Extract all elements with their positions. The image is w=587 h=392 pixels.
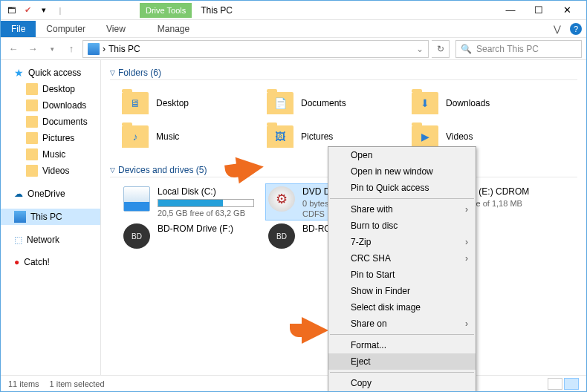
- bd-icon: BD: [123, 223, 150, 249]
- qat-properties-icon[interactable]: 🗔: [4, 3, 19, 18]
- cloud-icon: ☁: [14, 189, 23, 199]
- tab-manage[interactable]: Manage: [147, 21, 200, 37]
- menu-pin-quick-access[interactable]: Pin to Quick access: [328, 180, 476, 196]
- menu-7zip[interactable]: 7-Zip›: [328, 234, 476, 250]
- nav-recent-icon[interactable]: ▾: [44, 41, 60, 57]
- menu-format[interactable]: Format...: [328, 337, 476, 353]
- menu-show-finder[interactable]: Show in Finder: [328, 283, 476, 299]
- status-selected-count: 1 item selected: [50, 379, 105, 388]
- chevron-down-icon: ▽: [110, 69, 115, 76]
- context-menu: Open Open in new window Pin to Quick acc…: [328, 146, 476, 392]
- folder-downloads[interactable]: ⬇Downloads: [410, 86, 555, 120]
- view-tiles-button[interactable]: [564, 378, 579, 390]
- nav-label: Downloads: [42, 100, 86, 111]
- drive-bdrom-f[interactable]: BD BD-ROM Drive (F:): [120, 220, 265, 258]
- nav-label: Quick access: [28, 68, 81, 78]
- address-bar: ← → ▾ ↑ › This PC ⌄ ↻ 🔍 Search This PC: [1, 38, 586, 60]
- nav-videos[interactable]: Videos: [1, 163, 100, 179]
- menu-copy[interactable]: Copy: [328, 375, 476, 391]
- folder-music[interactable]: ♪Music: [120, 120, 265, 153]
- status-item-count: 11 items: [8, 379, 39, 388]
- nav-label: Videos: [42, 166, 69, 176]
- group-folders-header[interactable]: ▽Folders (6): [110, 68, 577, 80]
- nav-network[interactable]: ⬚Network: [1, 232, 100, 247]
- menu-open-new-window[interactable]: Open in new window: [328, 163, 476, 180]
- nav-label: This PC: [30, 212, 62, 222]
- breadcrumb[interactable]: › This PC ⌄: [82, 40, 429, 58]
- help-icon[interactable]: ?: [570, 23, 582, 35]
- menu-eject[interactable]: Eject: [328, 353, 476, 370]
- nav-music[interactable]: Music: [1, 146, 100, 163]
- nav-onedrive[interactable]: ☁OneDrive: [1, 186, 100, 201]
- folder-icon: ▶: [412, 125, 438, 148]
- breadcrumb-sep: ›: [103, 44, 106, 54]
- folder-icon: [26, 83, 38, 95]
- menu-share-with[interactable]: Share with›: [328, 201, 476, 218]
- search-placeholder: Search This PC: [476, 44, 539, 54]
- minimize-button[interactable]: ―: [503, 4, 518, 16]
- hdd-icon: [123, 186, 150, 212]
- nav-downloads[interactable]: Downloads: [1, 97, 100, 114]
- menu-open[interactable]: Open: [328, 147, 476, 163]
- close-button[interactable]: ✕: [560, 4, 574, 16]
- folder-desktop[interactable]: 🖥Desktop: [120, 86, 265, 120]
- breadcrumb-location[interactable]: This PC: [108, 44, 140, 54]
- folder-icon: 🖼: [267, 125, 294, 148]
- nav-label: OneDrive: [27, 189, 65, 199]
- nav-label: Pictures: [42, 133, 74, 143]
- ribbon: File Computer View Manage ⋁ ?: [1, 20, 586, 38]
- nav-forward-button[interactable]: →: [25, 41, 41, 57]
- qat-dropdown-icon[interactable]: ▾: [36, 3, 51, 18]
- status-bar: 11 items 1 item selected: [1, 375, 586, 391]
- dvd-icon: ⚙: [268, 186, 295, 212]
- network-icon: ⬚: [14, 235, 22, 245]
- thispc-icon: [88, 43, 100, 55]
- nav-documents[interactable]: Documents: [1, 114, 100, 130]
- maximize-button[interactable]: ☐: [531, 4, 546, 16]
- nav-label: Music: [42, 149, 65, 160]
- folder-documents[interactable]: 📄Documents: [265, 86, 410, 120]
- nav-pictures[interactable]: Pictures: [1, 130, 100, 146]
- folder-icon: 📄: [267, 92, 294, 114]
- nav-desktop[interactable]: Desktop: [1, 81, 100, 97]
- nav-up-button[interactable]: ↑: [63, 41, 80, 57]
- ribbon-expand-icon[interactable]: ⋁: [549, 24, 565, 34]
- quick-access-toolbar: 🗔 ✔ ▾ |: [4, 3, 68, 18]
- drive-tools-tab[interactable]: Drive Tools: [140, 3, 192, 18]
- search-input[interactable]: 🔍 Search This PC: [455, 40, 582, 58]
- folder-icon: 🖥: [122, 92, 149, 114]
- menu-select-disk-image[interactable]: Select disk image: [328, 299, 476, 316]
- group-label: Devices and drives (5): [118, 165, 207, 175]
- tab-computer[interactable]: Computer: [36, 21, 96, 37]
- nav-label: Catch!: [24, 257, 50, 267]
- folder-icon: [26, 116, 38, 128]
- menu-separator: [330, 334, 474, 335]
- tab-view[interactable]: View: [96, 21, 136, 37]
- menu-crc-sha[interactable]: CRC SHA›: [328, 250, 476, 267]
- folder-label: Pictures: [301, 131, 333, 142]
- bd-icon: BD: [268, 223, 295, 249]
- annotation-arrow-icon: [236, 154, 266, 184]
- nav-thispc[interactable]: This PC: [1, 209, 100, 225]
- nav-back-button[interactable]: ←: [5, 41, 22, 57]
- qat-item-icon[interactable]: ✔: [20, 3, 35, 18]
- menu-share-on[interactable]: Share on›: [328, 316, 476, 332]
- submenu-arrow-icon: ›: [465, 318, 468, 329]
- qat-more-icon[interactable]: |: [53, 3, 68, 18]
- folder-icon: ♪: [122, 125, 149, 148]
- breadcrumb-dropdown-icon[interactable]: ⌄: [416, 44, 424, 54]
- tab-file[interactable]: File: [1, 21, 36, 37]
- nav-catch[interactable]: ●Catch!: [1, 255, 100, 270]
- submenu-arrow-icon: ›: [465, 253, 468, 264]
- refresh-button[interactable]: ↻: [432, 40, 450, 58]
- group-label: Folders (6): [118, 68, 161, 78]
- drive-name: BD-ROM Drive (F:): [158, 223, 233, 235]
- folder-icon: ⬇: [412, 92, 438, 114]
- folder-icon: [26, 99, 38, 111]
- nav-label: Network: [27, 235, 59, 245]
- drive-local-c[interactable]: Local Disk (C:)20,5 GB free of 63,2 GB: [120, 183, 265, 220]
- view-details-button[interactable]: [548, 378, 562, 390]
- menu-burn[interactable]: Burn to disc: [328, 218, 476, 234]
- nav-quick-access[interactable]: ★Quick access: [1, 65, 100, 81]
- menu-pin-start[interactable]: Pin to Start: [328, 267, 476, 283]
